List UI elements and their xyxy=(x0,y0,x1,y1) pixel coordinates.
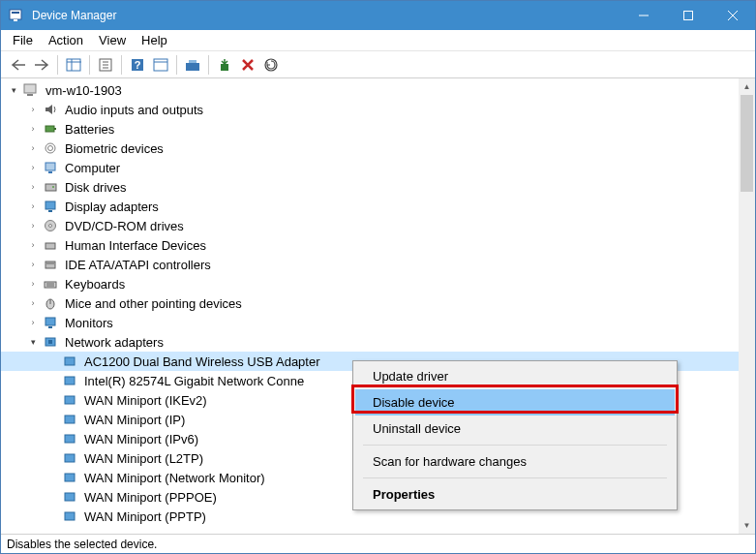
scan-button[interactable] xyxy=(149,53,172,77)
menu-file[interactable]: File xyxy=(5,31,41,49)
chevron-right-icon[interactable]: › xyxy=(26,124,40,134)
svg-rect-0 xyxy=(10,10,21,19)
computer-icon xyxy=(22,82,40,98)
close-button[interactable] xyxy=(711,1,755,30)
adapter-icon xyxy=(61,354,78,369)
tree-category-hid[interactable]: ›Human Interface Devices xyxy=(1,235,739,255)
battery-icon xyxy=(42,121,59,137)
tree-root[interactable]: ▾ vm-w10-1903 xyxy=(1,80,739,100)
tree-label: WAN Miniport (IPv6) xyxy=(82,431,200,447)
svg-rect-23 xyxy=(27,94,33,96)
tree-category-network[interactable]: ▾Network adapters xyxy=(1,332,739,352)
chevron-right-icon[interactable]: › xyxy=(26,279,40,289)
scan-hardware-button[interactable] xyxy=(259,53,283,77)
status-text: Disables the selected device. xyxy=(7,538,157,551)
menu-view[interactable]: View xyxy=(91,31,134,49)
toolbar-separator xyxy=(121,55,122,75)
chevron-right-icon[interactable]: › xyxy=(26,143,40,153)
chevron-right-icon[interactable]: › xyxy=(26,105,40,114)
vertical-scrollbar[interactable]: ▲ ▼ xyxy=(739,78,755,534)
tree-category-computer[interactable]: ›Computer xyxy=(1,158,739,177)
properties-button[interactable] xyxy=(94,53,117,77)
svg-rect-54 xyxy=(65,474,75,481)
adapter-icon xyxy=(61,470,78,485)
svg-rect-50 xyxy=(65,396,75,404)
tree-label: Display adapters xyxy=(63,199,161,215)
update-driver-button[interactable] xyxy=(181,53,204,77)
tree-label: Audio inputs and outputs xyxy=(63,102,205,118)
svg-rect-25 xyxy=(54,128,56,130)
svg-rect-22 xyxy=(24,84,36,93)
svg-rect-18 xyxy=(186,63,199,71)
enable-device-button[interactable] xyxy=(213,53,236,77)
tree-category-biometric[interactable]: ›Biometric devices xyxy=(1,138,739,158)
chevron-right-icon[interactable]: › xyxy=(26,298,40,308)
minimize-button[interactable] xyxy=(621,1,666,30)
menu-help[interactable]: Help xyxy=(134,31,175,49)
svg-point-27 xyxy=(48,146,53,151)
svg-point-26 xyxy=(45,143,55,153)
chevron-right-icon[interactable]: › xyxy=(26,318,40,327)
svg-rect-44 xyxy=(45,318,55,325)
fingerprint-icon xyxy=(42,140,59,156)
tree-label: Human Interface Devices xyxy=(63,237,208,254)
chevron-down-icon[interactable]: ▾ xyxy=(7,85,20,95)
scroll-thumb[interactable] xyxy=(741,95,753,192)
tree-category-disk[interactable]: ›Disk drives xyxy=(1,177,739,197)
ctx-disable-device[interactable]: Disable device xyxy=(355,389,675,416)
back-button[interactable] xyxy=(7,53,30,77)
scroll-down-icon[interactable]: ▼ xyxy=(739,517,755,534)
ctx-uninstall-device[interactable]: Uninstall device xyxy=(355,416,675,442)
tree-label: DVD/CD-ROM drives xyxy=(63,218,186,234)
mouse-icon xyxy=(42,295,59,311)
scroll-up-icon[interactable]: ▲ xyxy=(739,78,755,95)
tree-category-ide[interactable]: ›IDE ATA/ATAPI controllers xyxy=(1,255,739,274)
svg-text:?: ? xyxy=(135,59,141,71)
tree-label: WAN Miniport (PPTP) xyxy=(82,508,208,525)
monitor-icon xyxy=(42,199,59,214)
svg-rect-19 xyxy=(189,60,197,63)
chevron-right-icon[interactable]: › xyxy=(26,221,40,231)
adapter-icon xyxy=(61,450,78,466)
svg-rect-37 xyxy=(45,262,55,268)
ctx-properties[interactable]: Properties xyxy=(355,481,675,508)
uninstall-device-button[interactable] xyxy=(236,53,259,77)
tree-label: Keyboards xyxy=(63,276,127,292)
chevron-right-icon[interactable]: › xyxy=(26,260,40,269)
svg-rect-1 xyxy=(12,12,19,14)
maximize-button[interactable] xyxy=(666,1,711,30)
disc-icon xyxy=(42,218,59,233)
tree-category-monitors[interactable]: ›Monitors xyxy=(1,313,739,332)
ctx-scan-hardware[interactable]: Scan for hardware changes xyxy=(355,448,675,475)
tree-category-dvd[interactable]: ›DVD/CD-ROM drives xyxy=(1,216,739,235)
chevron-right-icon[interactable]: › xyxy=(26,163,40,172)
svg-rect-28 xyxy=(45,163,55,170)
chevron-right-icon[interactable]: › xyxy=(26,240,40,250)
svg-rect-56 xyxy=(65,512,75,520)
toolbar-separator xyxy=(89,55,90,75)
svg-rect-4 xyxy=(684,12,693,20)
titlebar: Device Manager xyxy=(1,1,755,30)
chevron-down-icon[interactable]: ▾ xyxy=(26,337,40,347)
chevron-right-icon[interactable]: › xyxy=(26,201,40,211)
tree-root-label: vm-w10-1903 xyxy=(44,82,124,99)
tree-category-batteries[interactable]: ›Batteries xyxy=(1,119,739,138)
tree-category-mice[interactable]: ›Mice and other pointing devices xyxy=(1,293,739,313)
tree-category-audio[interactable]: ›Audio inputs and outputs xyxy=(1,100,739,119)
tree-category-display[interactable]: ›Display adapters xyxy=(1,197,739,216)
tree-label: WAN Miniport (IKEv2) xyxy=(82,392,209,409)
toolbar-separator xyxy=(176,55,177,75)
svg-rect-49 xyxy=(65,377,75,385)
menubar: File Action View Help xyxy=(1,30,755,51)
svg-rect-7 xyxy=(67,59,80,71)
forward-button[interactable] xyxy=(30,53,53,77)
help-button[interactable]: ? xyxy=(126,53,149,77)
chevron-right-icon[interactable]: › xyxy=(26,182,40,192)
svg-point-31 xyxy=(52,186,54,188)
svg-rect-48 xyxy=(65,357,75,365)
show-hide-tree-button[interactable] xyxy=(62,53,85,77)
toolbar-separator xyxy=(57,55,58,75)
ctx-update-driver[interactable]: Update driver xyxy=(355,363,675,389)
menu-action[interactable]: Action xyxy=(41,31,91,49)
tree-category-keyboards[interactable]: ›Keyboards xyxy=(1,274,739,293)
